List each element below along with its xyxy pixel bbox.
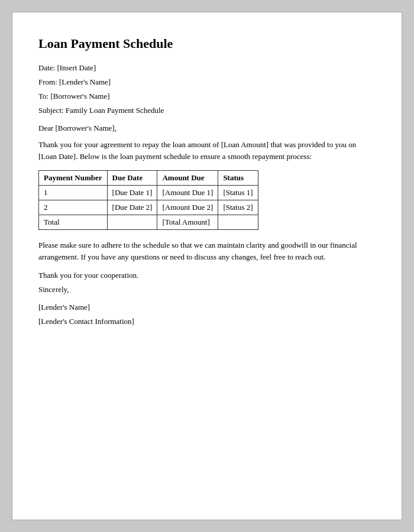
closing-paragraph: Please make sure to adhere to the schedu… [38,239,376,262]
cell-amount-due-2: [Amount Due 2] [157,200,218,215]
cell-due-date-1: [Due Date 1] [107,186,157,200]
cell-status-2: [Status 2] [218,200,258,215]
cell-due-date-2: [Due Date 2] [107,200,157,215]
col-header-amount-due: Amount Due [157,171,218,186]
dear-line: Dear [Borrower's Name], [38,124,376,133]
thank-you-line: Thank you for your cooperation. [38,271,376,280]
table-row: 1 [Due Date 1] [Amount Due 1] [Status 1] [39,186,258,200]
table-row-total: Total [Total Amount] [39,215,258,230]
col-header-due-date: Due Date [107,171,157,186]
cell-total-amount: [Total Amount] [157,215,218,230]
cell-status-1: [Status 1] [218,186,258,200]
date-line: Date: [Insert Date] [38,63,376,73]
document-title: Loan Payment Schedule [38,36,376,51]
cell-total-date [107,215,157,230]
sincerely-line: Sincerely, [38,285,376,294]
intro-paragraph: Thank you for your agreement to repay th… [38,139,376,162]
cell-amount-due-1: [Amount Due 1] [157,186,218,200]
lender-contact-line: [Lender's Contact Information] [38,317,376,326]
table-row: 2 [Due Date 2] [Amount Due 2] [Status 2] [39,200,258,215]
cell-total-label: Total [39,215,108,230]
col-header-status: Status [218,171,258,186]
payment-table: Payment Number Due Date Amount Due Statu… [38,170,258,230]
lender-name-line: [Lender's Name] [38,303,376,312]
col-header-payment-number: Payment Number [39,171,108,186]
from-line: From: [Lender's Name] [38,77,376,87]
subject-line: Subject: Family Loan Payment Schedule [38,106,376,115]
cell-payment-num-1: 1 [39,186,108,200]
to-line: To: [Borrower's Name] [38,92,376,101]
cell-total-status [218,215,258,230]
cell-payment-num-2: 2 [39,200,108,215]
document-container: Loan Payment Schedule Date: [Insert Date… [12,12,402,520]
table-header-row: Payment Number Due Date Amount Due Statu… [39,171,258,186]
